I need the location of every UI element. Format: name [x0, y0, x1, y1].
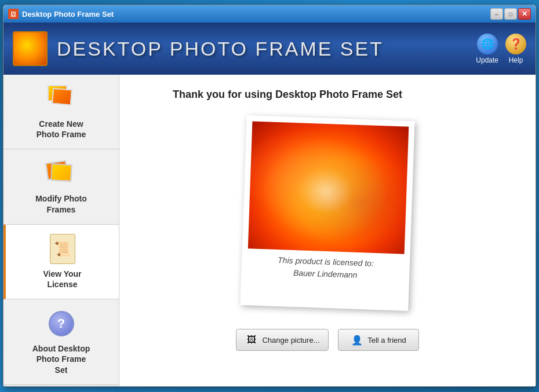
about-label: About DesktopPhoto FrameSet	[32, 343, 90, 375]
license-label: View YourLicense	[43, 269, 81, 290]
window-title: Desktop Photo Frame Set	[22, 10, 487, 19]
minimize-button[interactable]: –	[490, 8, 503, 20]
close-button[interactable]: ✕	[518, 8, 531, 20]
sidebar-item-modify[interactable]: Modify PhotoFrames	[3, 149, 119, 224]
caption-line1: This product is licensed to:	[278, 255, 374, 268]
sidebar-item-license[interactable]: 📜 View YourLicense	[3, 225, 119, 299]
modify-icon	[46, 159, 77, 189]
sidebar-item-create[interactable]: Create NewPhoto Frame	[3, 75, 119, 149]
change-picture-label: Change picture...	[262, 336, 319, 345]
sidebar: Create NewPhoto Frame Modify PhotoFrames…	[3, 75, 119, 386]
content-area: Create NewPhoto Frame Modify PhotoFrames…	[3, 75, 536, 386]
tell-friend-icon: 👤	[350, 333, 364, 347]
header-actions: 🌐 Update ❓ Help	[476, 34, 526, 64]
window-controls: – □ ✕	[490, 8, 531, 20]
help-icon: ❓	[505, 34, 526, 54]
tell-friend-label: Tell a friend	[367, 336, 406, 345]
modify-label: Modify PhotoFrames	[35, 193, 87, 214]
help-label: Help	[509, 56, 523, 64]
polaroid-frame: This product is licensed to: Bauer Linde…	[240, 115, 414, 311]
buttons-row: 🖼 Change picture... 👤 Tell a friend	[236, 329, 418, 351]
about-icon: ?	[46, 309, 77, 339]
polaroid-caption: This product is licensed to: Bauer Linde…	[247, 248, 405, 283]
title-bar: 🖼 Desktop Photo Frame Set – □ ✕	[3, 5, 536, 23]
app-title: Desktop Photo Frame Set	[57, 38, 384, 60]
create-icon	[46, 84, 77, 114]
rose-overlay	[248, 121, 409, 254]
main-window: 🖼 Desktop Photo Frame Set – □ ✕ Desktop …	[3, 5, 536, 387]
license-icon: 📜	[48, 234, 78, 264]
change-picture-button[interactable]: 🖼 Change picture...	[236, 329, 328, 351]
app-logo	[13, 31, 48, 66]
polaroid-container: This product is licensed to: Bauer Linde…	[243, 118, 411, 308]
app-header: Desktop Photo Frame Set 🌐 Update ❓ Help	[3, 23, 536, 75]
update-label: Update	[476, 56, 498, 64]
caption-line2: Bauer Lindemann	[293, 268, 358, 280]
change-picture-icon: 🖼	[245, 333, 258, 347]
sidebar-item-about[interactable]: ? About DesktopPhoto FrameSet	[3, 299, 119, 385]
tell-friend-button[interactable]: 👤 Tell a friend	[338, 329, 419, 351]
update-button[interactable]: 🌐 Update	[476, 34, 498, 64]
app-icon-small: 🖼	[8, 9, 19, 19]
create-label: Create NewPhoto Frame	[37, 119, 86, 140]
main-title: Thank you for using Desktop Photo Frame …	[173, 89, 402, 101]
polaroid-image	[248, 121, 409, 254]
help-button[interactable]: ❓ Help	[505, 34, 526, 64]
maximize-button[interactable]: □	[504, 8, 517, 20]
update-icon: 🌐	[477, 34, 498, 54]
main-content: Thank you for using Desktop Photo Frame …	[119, 75, 536, 386]
